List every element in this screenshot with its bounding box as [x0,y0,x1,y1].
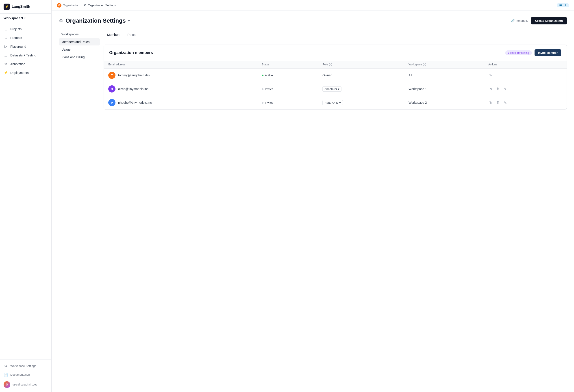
member-email-row: O olivia@tinymodels.inc [108,85,253,93]
role-label: Owner [322,74,332,77]
user-profile[interactable]: O user@langchain.dev [0,379,51,390]
edit-button[interactable]: ✎ [503,86,508,92]
annotation-icon: ✏ [4,62,8,66]
table-row: P phoebe@tinymodels.inc Invited Read-Onl… [104,96,567,110]
member-email: phoebe@tinymodels.inc [118,101,152,104]
status-dot [262,75,264,76]
member-avatar: O [108,85,116,93]
breadcrumb-org-link[interactable]: O Organization [57,3,79,8]
avatar: O [4,381,10,388]
page-title: Organization Settings [65,17,126,24]
member-workspace-cell: Workspace 1 [404,82,484,96]
actions-cell: ↻🗑✎ [488,86,562,92]
sidebar-item-projects[interactable]: ⊞ Projects [0,25,51,33]
role-chevron-icon: ▾ [338,87,339,91]
tab-roles[interactable]: Roles [124,31,139,39]
settings-main: Members Roles Organization members 7 sea… [103,31,567,110]
resend-invite-button[interactable]: ↻ [488,86,493,92]
members-card: Organization members 7 seats remaining I… [103,45,567,110]
documentation-icon: 📄 [4,373,8,377]
edit-button[interactable]: ✎ [503,100,508,106]
members-card-title: Organization members [109,50,153,55]
sidebar-item-label: Prompts [10,36,22,40]
member-email: olivia@tinymodels.inc [118,87,148,91]
sidebar-item-playground[interactable]: ▷ Playground [0,42,51,51]
role-dropdown[interactable]: Read-Only ▾ [322,100,343,105]
tenant-id-label: Tenant ID [516,19,529,22]
status-badge: Invited [262,101,273,104]
page-title-chevron-icon[interactable]: ▾ [128,19,130,23]
role-dropdown[interactable]: Annotator ▾ [322,86,342,92]
page-title-row: ⚙ Organization Settings ▾ [59,17,130,24]
member-status-cell: Active [257,69,318,82]
user-email: user@langchain.dev [13,383,37,386]
member-workspace-cell: Workspace 2 [404,96,484,110]
status-label: Invited [265,87,273,91]
member-avatar: T [108,72,116,79]
edit-button[interactable]: ✎ [488,72,493,78]
header-actions: 🔗 Tenant ID Create Organization [511,17,567,24]
member-actions-cell: ↻🗑✎ [484,96,567,110]
create-org-button[interactable]: Create Organization [531,17,567,24]
member-role-cell: Owner [318,69,404,82]
status-badge: Invited [262,87,273,91]
workspace-label: All [409,74,412,77]
prompts-icon: ⊙ [4,36,8,40]
member-status-cell: Invited [257,96,318,110]
actions-cell: ✎ [488,72,562,78]
settings-nav-usage[interactable]: Usage [59,46,100,53]
delete-button[interactable]: 🗑 [495,86,501,92]
delete-button[interactable]: 🗑 [495,100,501,106]
topbar: O Organization › ⚙ Organization Settings… [52,0,574,11]
workspace-label: Workspace 1 [409,87,427,91]
sidebar-item-datasets[interactable]: ☰ Datasets + Testing [0,51,51,60]
logo-icon: ⚡ [4,4,10,10]
resend-invite-button[interactable]: ↻ [488,100,493,106]
role-help-icon[interactable]: ? [329,63,332,66]
seats-remaining-badge: 7 seats remaining [505,50,532,55]
table-row: O olivia@tinymodels.inc Invited Annotato… [104,82,567,96]
col-actions: Actions [484,61,567,69]
org-avatar: O [57,3,62,8]
logo-text: LangSmith [12,5,30,9]
status-dot [262,102,264,104]
sidebar-item-label: Documentation [10,373,30,376]
workspace-help-icon[interactable]: ? [423,63,426,66]
plus-badge: PLUS [557,3,569,7]
sidebar-item-deployments[interactable]: ⚡ Deployments [0,68,51,77]
member-workspace-cell: All [404,69,484,82]
sidebar-item-prompts[interactable]: ⊙ Prompts [0,33,51,42]
link-icon: 🔗 [511,19,514,22]
settings-sidebar: Workspaces Members and Roles Usage Plans… [59,31,103,110]
settings-nav-members[interactable]: Members and Roles [59,38,100,45]
sort-icon: ↓ [270,63,271,66]
sidebar-item-label: Annotation [10,62,25,66]
role-chevron-icon: ▾ [339,101,341,104]
status-dot [262,88,264,90]
settings-icon: ⚙ [4,364,8,368]
settings-nav-workspaces[interactable]: Workspaces [59,31,100,38]
page-content: ⚙ Organization Settings ▾ 🔗 Tenant ID Cr… [52,11,574,392]
sidebar-item-annotation[interactable]: ✏ Annotation [0,60,51,68]
playground-icon: ▷ [4,44,8,49]
sidebar-item-workspace-settings[interactable]: ⚙ Workspace Settings [0,362,51,370]
sidebar-item-documentation[interactable]: 📄 Documentation [0,370,51,379]
workspace-name: Workspace 3 [4,16,23,20]
tenant-id-link[interactable]: 🔗 Tenant ID [511,19,529,22]
projects-icon: ⊞ [4,27,8,31]
member-role-cell: Read-Only ▾ [318,96,404,110]
member-role-cell: Annotator ▾ [318,82,404,96]
col-workspace: Workspace ? [404,61,484,69]
workspace-selector[interactable]: Workspace 3 ▾ [0,14,51,23]
status-label: Active [265,74,273,77]
tab-members[interactable]: Members [103,31,124,39]
member-status-cell: Invited [257,82,318,96]
settings-nav-billing[interactable]: Plans and Billing [59,54,100,61]
page-header: ⚙ Organization Settings ▾ 🔗 Tenant ID Cr… [59,17,567,24]
breadcrumb-org-label: Organization [63,4,79,7]
breadcrumb: O Organization › ⚙ Organization Settings [57,3,116,8]
member-email-cell: T tommy@langchain.dev [104,69,257,82]
breadcrumb-current: ⚙ Organization Settings [84,4,116,7]
sidebar-bottom: ⚙ Workspace Settings 📄 Documentation O u… [0,359,51,392]
invite-member-button[interactable]: Invite Member [534,49,561,56]
